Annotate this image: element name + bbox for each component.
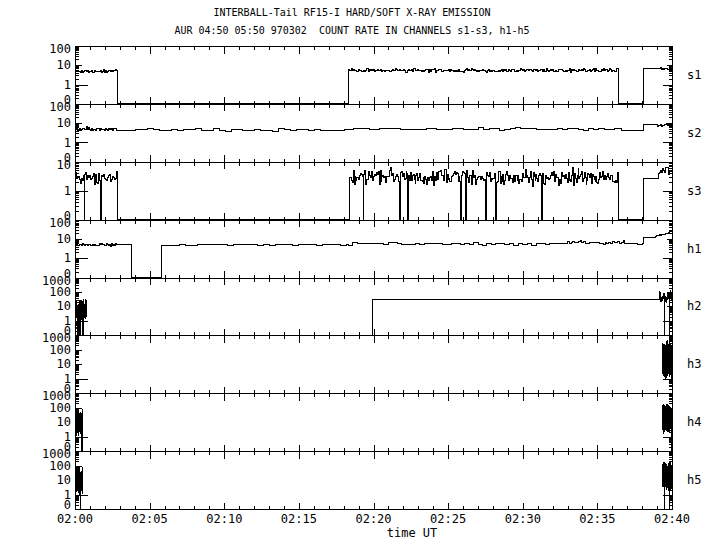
panel-h1: 1001010h1 [49,216,701,281]
x-tick-label: 02:30 [505,512,541,526]
y-tick-label: 1 [64,136,71,150]
panel-frame [76,394,673,452]
channel-label-h3: h3 [687,357,701,371]
panel-frame [76,220,673,278]
panel-ticks [76,104,673,162]
panel-ticks [76,278,673,336]
y-tick-label: 100 [49,42,71,56]
panel-h5: 10001001010h5 [42,447,701,512]
x-tick-label: 02:00 [57,512,93,526]
trace-s1 [75,68,672,104]
channel-label-s1: s1 [687,68,701,82]
y-tick-label: 100 [49,401,71,415]
x-tick-label: 02:35 [579,512,615,526]
x-tick-labels: 02:0002:0502:1002:1502:2002:2502:3002:35… [57,512,690,526]
chart-subtitle: AUR 04:50 05:50 970302 COUNT RATE IN CHA… [174,25,529,36]
y-tick-label: 0 [64,498,71,512]
x-tick-label: 02:05 [132,512,168,526]
y-tick-label: 100 [49,459,71,473]
x-axis-label: time UT [387,526,438,540]
panel-h4: 10001001010h4 [42,389,701,454]
trace-s3 [75,167,672,219]
y-tick-label: 10 [57,158,71,172]
panel-ticks [76,162,673,220]
channel-label-h1: h1 [687,242,701,256]
x-tick-label: 02:40 [654,512,690,526]
x-tick-label: 02:15 [281,512,317,526]
panel-frame [76,336,673,394]
panel-s3: 1010s3 [57,158,702,223]
x-tick-label: 02:20 [355,512,391,526]
panel-frame [76,278,673,336]
y-tick-label: 1 [64,184,71,198]
channel-label-s2: s2 [687,126,701,140]
y-tick-label: 10 [57,116,71,130]
xray-emission-chart: INTERBALL-Tail RF15-I HARD/SOFT X-RAY EM… [0,0,720,550]
x-tick-label: 02:25 [430,512,466,526]
y-tick-label: 100 [49,285,71,299]
channel-label-h2: h2 [687,299,701,313]
panel-ticks [76,336,673,394]
chart-title: INTERBALL-Tail RF15-I HARD/SOFT X-RAY EM… [214,7,491,18]
y-tick-label: 10 [57,232,71,246]
y-tick-label: 10 [57,357,71,371]
trace-h2 [86,300,658,336]
y-tick-label: 100 [49,100,71,114]
channel-label-s3: s3 [687,184,701,198]
panel-frame [76,452,673,510]
trace-s2 [75,124,672,131]
panel-s1: 1001010s1 [49,42,701,107]
panel-frame [76,162,673,220]
panel-h2: 10001001010h2 [42,274,701,339]
panel-ticks [76,47,673,105]
y-tick-label: 10 [57,58,71,72]
y-tick-label: 1 [64,78,71,92]
trace-h1 [75,232,672,278]
y-tick-label: 10 [57,299,71,313]
burst-h2 [76,290,673,335]
x-tick-label: 02:10 [206,512,242,526]
y-tick-label: 100 [49,216,71,230]
panel-ticks [76,452,673,510]
burst-h5 [76,461,673,509]
y-tick-label: 100 [49,343,71,357]
panel-ticks [76,394,673,452]
channel-label-h5: h5 [687,473,701,487]
y-tick-label: 10 [57,415,71,429]
burst-h3 [663,340,673,379]
chart-canvas: INTERBALL-Tail RF15-I HARD/SOFT X-RAY EM… [0,0,720,550]
panel-frame [76,104,673,162]
y-tick-label: 10 [57,473,71,487]
panel-s2: 1001010s2 [49,100,701,165]
channel-label-h4: h4 [687,415,701,429]
panels-group: 1001010s11001010s21010s31001010h11000100… [42,42,701,526]
panel-h3: 10001001010h3 [42,331,701,396]
burst-h4 [76,404,673,451]
panel-frame [76,47,673,105]
panel-ticks [76,220,673,278]
y-tick-label: 1 [64,251,71,265]
